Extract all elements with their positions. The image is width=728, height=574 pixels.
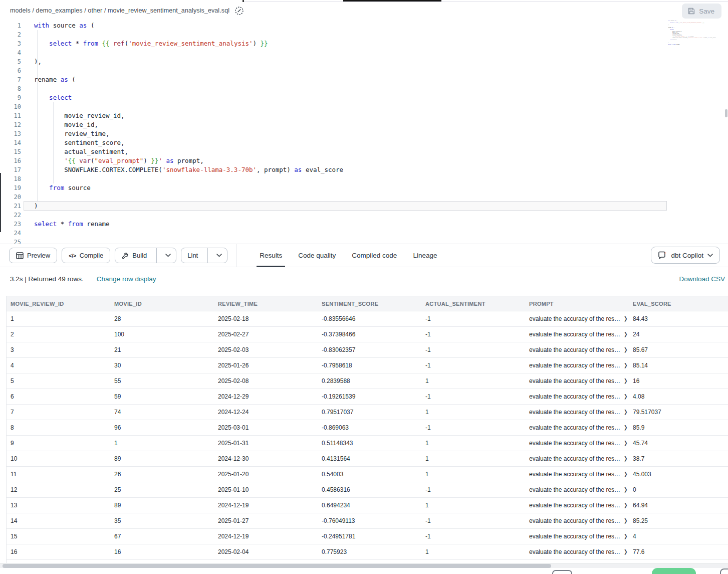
table-cell: 3 — [7, 342, 110, 358]
code-line[interactable]: SNOWFLAKE.CORTEX.COMPLETE('snowflake-lla… — [34, 165, 728, 174]
expand-prompt-button[interactable]: ❯ — [624, 456, 628, 462]
column-header-eval_score[interactable]: EVAL_SCORE — [629, 296, 728, 311]
expand-prompt-button[interactable]: ❯ — [624, 471, 628, 477]
query-summary: 3.2s | Returned 49 rows. — [10, 275, 84, 283]
code-line[interactable] — [34, 84, 728, 93]
code-token: source — [672, 40, 676, 41]
lint-button[interactable]: Lint — [181, 248, 204, 263]
code-line[interactable] — [34, 30, 728, 39]
column-header-sentiment_score[interactable]: SENTIMENT_SCORE — [318, 296, 421, 311]
expand-prompt-button[interactable]: ❯ — [624, 502, 628, 508]
table-cell: 1 — [7, 311, 110, 327]
expand-prompt-button[interactable]: ❯ — [624, 549, 628, 555]
lint-options-button[interactable] — [211, 248, 227, 263]
column-header-actual_sentiment[interactable]: ACTUAL_SENTIMENT — [421, 296, 525, 311]
code-line[interactable]: sentiment_score, — [34, 138, 728, 147]
download-csv-link[interactable]: Download CSV — [679, 275, 725, 283]
expand-prompt-button[interactable]: ❯ — [624, 487, 628, 493]
expand-prompt-button[interactable]: ❯ — [624, 533, 628, 539]
expand-prompt-button[interactable]: ❯ — [624, 440, 628, 446]
tab-lineage[interactable]: Lineage — [405, 244, 445, 267]
prompt-text: evaluate the accuracy of the res… — [529, 471, 620, 478]
button-divider — [156, 248, 157, 263]
expand-prompt-button[interactable]: ❯ — [624, 316, 628, 322]
expand-prompt-button[interactable]: ❯ — [624, 394, 628, 400]
change-row-display-link[interactable]: Change row display — [97, 275, 156, 283]
code-token: ( — [87, 22, 94, 29]
table-cell: 67 — [110, 529, 214, 544]
code-line[interactable]: select * from {{ ref('movie_review_senti… — [34, 39, 728, 48]
code-line[interactable] — [34, 238, 728, 244]
column-header-review_time[interactable]: REVIEW_TIME — [214, 296, 318, 311]
column-header-prompt[interactable]: PROMPT — [525, 296, 629, 311]
preview-button[interactable]: Preview — [9, 248, 57, 263]
breadcrumb[interactable]: models / demo_examples / other / movie_r… — [10, 7, 229, 14]
code-token: ( — [68, 76, 76, 83]
dbt-copilot-button[interactable]: dbt Copilot — [651, 247, 720, 264]
expand-prompt-button[interactable]: ❯ — [624, 362, 628, 368]
code-line[interactable]: from source — [34, 183, 728, 193]
expand-prompt-button[interactable]: ❯ — [624, 518, 628, 524]
code-line[interactable] — [34, 193, 728, 202]
code-line[interactable] — [34, 229, 728, 238]
code-line[interactable]: actual_sentiment, — [34, 147, 728, 156]
code-line[interactable] — [34, 102, 728, 111]
code-line[interactable]: rename as ( — [34, 75, 728, 84]
code-token: ' — [158, 157, 162, 164]
code-token: {{ — [68, 157, 80, 164]
expand-prompt-button[interactable]: ❯ — [624, 409, 628, 415]
line-number: 25 — [0, 238, 21, 244]
expand-prompt-button[interactable]: ❯ — [624, 425, 628, 431]
horizontal-scrollbar-thumb[interactable] — [3, 564, 551, 568]
tab-code-quality[interactable]: Code quality — [290, 244, 344, 267]
column-header-movie_review_id[interactable]: MOVIE_REVIEW_ID — [7, 296, 110, 311]
column-header-movie_id[interactable]: MOVIE_ID — [110, 296, 214, 311]
line-number: 23 — [0, 220, 21, 229]
prompt-text: evaluate the accuracy of the res… — [529, 409, 620, 416]
expand-prompt-button[interactable]: ❯ — [624, 347, 628, 353]
code-line[interactable] — [668, 46, 724, 47]
expand-prompt-button[interactable]: ❯ — [624, 378, 628, 384]
tab-compiled-code[interactable]: Compiled code — [344, 244, 405, 267]
partial-button[interactable] — [552, 570, 572, 574]
code-line[interactable]: '{{ var("eval_prompt") }}' as prompt, — [34, 156, 728, 165]
save-button[interactable]: Save — [682, 4, 721, 19]
code-line[interactable]: ), — [34, 57, 728, 66]
expand-prompt-button[interactable]: ❯ — [624, 331, 628, 337]
tab-results[interactable]: Results — [252, 244, 290, 267]
code-line[interactable]: select * from rename — [34, 220, 728, 229]
code-token: from — [83, 40, 98, 47]
code-line[interactable]: SNOWFLAKE.CORTEX.COMPLETE('snowflake-lla… — [668, 38, 724, 39]
code-lines[interactable]: with source as ( select * from {{ ref('m… — [34, 21, 728, 244]
compile-button[interactable]: </> Compile — [62, 248, 110, 263]
code-line[interactable]: movie_id, — [34, 120, 728, 129]
table-cell: 35 — [110, 513, 214, 529]
horizontal-scrollbar[interactable] — [0, 564, 728, 568]
table-row: 8962025-03-01-0.869063-1evaluate the acc… — [7, 420, 728, 436]
table-row: 15672024-12-19-0.24951781-1evaluate the … — [7, 529, 728, 544]
code-line[interactable] — [34, 174, 728, 183]
minimap[interactable]: with source as ( select * from {{ ref('m… — [668, 20, 724, 49]
partial-green-button[interactable] — [652, 568, 696, 574]
table-cell: 2024-12-19 — [214, 498, 318, 513]
code-line[interactable] — [34, 211, 728, 220]
build-button[interactable]: Build — [115, 248, 153, 263]
table-cell: 14 — [7, 513, 110, 529]
code-line[interactable]: with source as ( — [34, 21, 728, 30]
partial-button[interactable] — [720, 568, 728, 574]
build-options-button[interactable] — [160, 248, 176, 263]
line-number: 17 — [0, 165, 21, 174]
left-panel-edge — [0, 173, 1, 232]
code-line[interactable]: ) — [34, 202, 728, 211]
sql-editor[interactable]: 1234567891011121314151617181920212223242… — [0, 19, 728, 244]
code-line[interactable] — [34, 66, 728, 75]
code-line[interactable]: review_time, — [34, 129, 728, 138]
editor-vertical-scrollbar[interactable] — [725, 109, 727, 117]
results-tabs: Results Code quality Compiled code Linea… — [252, 244, 445, 267]
code-line[interactable] — [34, 48, 728, 57]
code-line[interactable]: select — [34, 93, 728, 102]
code-line[interactable]: movie_review_id, — [34, 111, 728, 120]
table-cell: 38.7 — [629, 451, 728, 467]
code-token: source — [64, 184, 91, 192]
line-number: 1 — [0, 21, 21, 30]
